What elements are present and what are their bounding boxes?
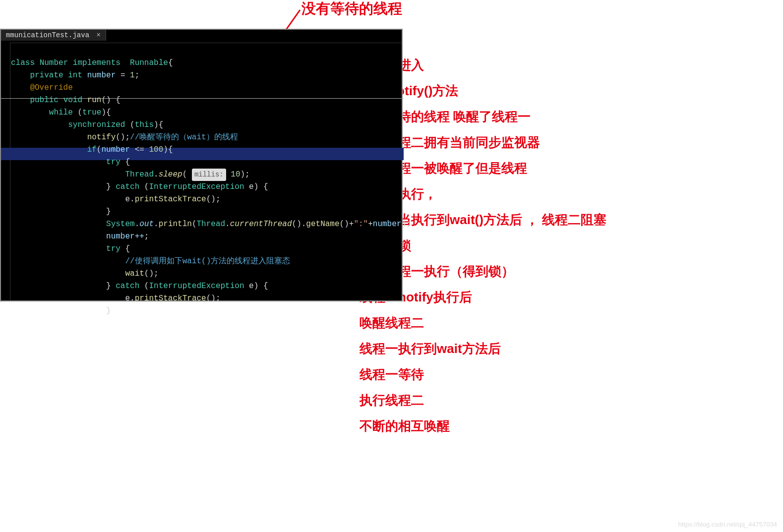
field-number: number	[87, 71, 116, 80]
kw-void: void	[63, 96, 82, 105]
kw-int: int	[68, 71, 82, 80]
eq: =	[120, 71, 125, 80]
fn-pst2: printStackTrace	[135, 294, 206, 303]
evar2: e	[125, 195, 130, 204]
kw-if: if	[87, 145, 97, 154]
kw-implements: implements	[73, 59, 120, 67]
rn-13: 执行线程二	[360, 387, 606, 413]
exc2: InterruptedException	[149, 282, 244, 291]
tab-label: mmunicationTest.java	[6, 31, 89, 39]
plus2: +	[368, 220, 373, 229]
tab-row: mmunicationTest.java ×	[1, 30, 402, 43]
fn-sleep: sleep	[159, 170, 182, 179]
close-icon[interactable]: ×	[96, 31, 100, 39]
fn-println: println	[159, 220, 192, 229]
semi: ;	[135, 71, 140, 80]
rn-14: 不断的相互唤醒	[360, 413, 606, 439]
file-tab[interactable]: mmunicationTest.java ×	[1, 30, 106, 41]
fn-getname: getName	[306, 220, 339, 229]
kw-try: try	[106, 158, 120, 167]
kw-true: true	[82, 108, 101, 117]
out: out	[139, 220, 154, 229]
evar: e	[249, 182, 254, 191]
kw-this: this	[135, 120, 154, 129]
note-no-waiting-thread: 没有等待的线程	[301, 0, 402, 17]
kw-private: private	[30, 71, 63, 80]
inc: number++	[106, 232, 144, 241]
fn-pst: printStackTrace	[135, 195, 206, 204]
code-editor: mmunicationTest.java × class Number impl…	[0, 29, 403, 301]
kw-catch: catch	[116, 182, 139, 191]
evar4: e	[125, 294, 130, 303]
system: System	[106, 220, 135, 229]
fn-run: run	[87, 96, 102, 105]
kw-sync: synchronized	[68, 120, 125, 129]
op-le: <=	[135, 145, 144, 154]
parens: ()	[101, 96, 111, 105]
thread: Thread	[125, 170, 154, 179]
kw-catch2: catch	[116, 282, 139, 291]
rn-11: 线程一执行到wait方法后	[360, 336, 606, 361]
field-number2: number	[101, 145, 130, 154]
lit-1: 1	[130, 71, 135, 80]
iface: Runnable	[130, 59, 168, 67]
lit-100: 100	[149, 145, 163, 154]
brace-close: }	[106, 306, 111, 315]
param-hint: millis:	[192, 169, 226, 181]
str-colon: ":"	[354, 220, 368, 229]
rn-10: 唤醒线程二	[360, 310, 606, 336]
code-body: class Number implements Runnable{ privat…	[11, 45, 402, 300]
gutter	[1, 43, 10, 300]
kw-class: class	[11, 59, 35, 67]
cmt-notify: //唤醒等待的（wait）的线程	[130, 133, 238, 142]
np: number	[373, 220, 402, 229]
fn-curthread: currentThread	[230, 220, 292, 229]
anno-override: @Override	[30, 83, 72, 92]
watermark: https://blog.csdn.net/qq_44757034	[678, 521, 778, 528]
evar3: e	[249, 282, 254, 291]
cmt-wait: //使得调用如下wait()方法的线程进入阻塞态	[125, 257, 290, 266]
rn-12: 线程一等待	[360, 361, 606, 387]
lit-10: 10	[231, 170, 240, 179]
fn-notify: notify	[87, 133, 116, 142]
exc: InterruptedException	[149, 182, 244, 191]
brace: {	[168, 59, 173, 67]
kw-try2: try	[106, 244, 120, 253]
plus: +	[349, 220, 354, 229]
kw-while: while	[49, 108, 73, 117]
thread2: Thread	[197, 220, 226, 229]
classname: Number	[40, 59, 68, 67]
kw-public: public	[30, 96, 59, 105]
fn-wait: wait	[125, 269, 144, 278]
